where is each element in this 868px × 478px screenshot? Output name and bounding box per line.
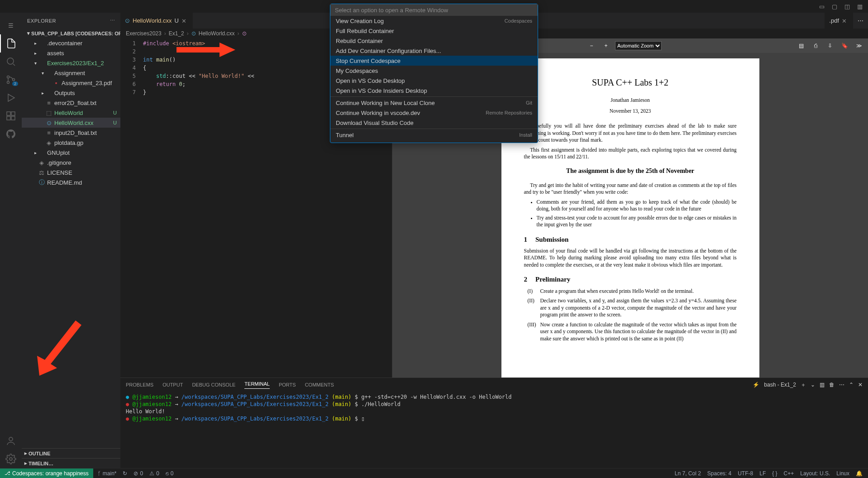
status-warnings[interactable]: 0 xyxy=(149,470,159,477)
maximize-panel-icon[interactable]: ⌃ xyxy=(849,382,854,388)
file-item[interactable]: ⓘREADME.md xyxy=(22,177,120,187)
layout-panel-icon[interactable]: ▭ xyxy=(819,3,825,10)
layout-sidebar-icon[interactable]: ◫ xyxy=(844,3,851,10)
kill-terminal-icon[interactable]: 🗑 xyxy=(829,382,835,388)
panel-tab-problems[interactable]: PROBLEMS xyxy=(126,382,153,387)
status-brackets[interactable]: { } xyxy=(772,470,777,477)
chevron-down-icon[interactable]: ⌄ xyxy=(811,382,815,388)
palette-item[interactable]: SSH xyxy=(330,140,538,143)
svg-point-8 xyxy=(9,437,13,441)
svg-rect-5 xyxy=(11,112,15,115)
sidebar-more-icon[interactable]: ⋯ xyxy=(110,18,115,24)
layout-custom-icon[interactable]: ▥ xyxy=(857,3,863,10)
folder-item[interactable]: ▸GNUplot xyxy=(22,148,120,158)
palette-item[interactable]: Stop Current Codespace xyxy=(330,56,538,66)
palette-item[interactable]: Add Dev Container Configuration Files... xyxy=(330,46,538,56)
status-os[interactable]: Linux xyxy=(836,470,849,477)
source-control-icon[interactable]: 2 xyxy=(0,71,22,89)
status-remote[interactable]: Codespaces: orange happiness xyxy=(0,468,93,478)
status-sync[interactable]: ↻ xyxy=(123,470,127,477)
file-item[interactable]: ▪Assignment_23.pdf xyxy=(22,78,120,88)
palette-item[interactable]: TunnelInstall xyxy=(330,130,538,140)
folder-item[interactable]: ▸.devcontainer xyxy=(22,38,120,48)
panel-tab-ports[interactable]: PORTS xyxy=(279,382,296,387)
line-gutter: 1234567 xyxy=(120,38,143,310)
file-item[interactable]: ⬚HelloWorldU xyxy=(22,108,120,118)
folder-item[interactable]: ▾Assignment xyxy=(22,68,120,78)
file-item[interactable]: ◈.gitignore xyxy=(22,158,120,167)
palette-item[interactable]: Open in VS Code Desktop xyxy=(330,76,538,86)
svg-point-2 xyxy=(7,81,10,84)
tab-pdf[interactable]: .pdf ✕ xyxy=(825,13,853,29)
close-panel-icon[interactable]: ✕ xyxy=(858,382,863,388)
status-spaces[interactable]: Spaces: 4 xyxy=(707,470,731,477)
statusbar: Codespaces: orange happiness ᚶ main* ↻ 0… xyxy=(0,468,868,478)
panel-tab-output[interactable]: OUTPUT xyxy=(162,382,183,387)
tab-helloworld[interactable]: ⊙ HelloWorld.cxx U ✕ xyxy=(120,13,193,29)
github-icon[interactable] xyxy=(0,125,22,143)
explorer-icon[interactable] xyxy=(0,34,22,53)
layout-center-icon[interactable]: ▢ xyxy=(832,3,838,10)
palette-item[interactable]: Rebuild Container xyxy=(330,36,538,46)
palette-input[interactable] xyxy=(330,4,538,16)
status-branch[interactable]: ᚶ main* xyxy=(98,470,117,477)
pdf-due: The assignment is due by the 25th of Nov… xyxy=(524,167,737,176)
status-eol[interactable]: LF xyxy=(759,470,766,477)
panel-tab-debug[interactable]: DEBUG CONSOLE xyxy=(192,382,235,387)
pdf-save-icon[interactable]: ⇩ xyxy=(825,40,835,51)
sidebar-header: EXPLORER ⋯ xyxy=(22,13,120,29)
folder-item[interactable]: ▸Outputs xyxy=(22,88,120,98)
zoom-out-icon[interactable]: − xyxy=(586,40,597,51)
zoom-select[interactable]: Automatic Zoom xyxy=(615,41,662,50)
more-icon[interactable]: ⋯ xyxy=(839,382,844,388)
folder-item[interactable]: ▾Exercises2023/Ex1_2 xyxy=(22,58,120,68)
run-debug-icon[interactable] xyxy=(0,89,22,107)
panel-tabs: PROBLEMS OUTPUT DEBUG CONSOLE TERMINAL P… xyxy=(120,378,868,392)
terminal-shell-icon[interactable]: ⚡ xyxy=(753,382,759,388)
timeline-section[interactable]: ▸ TIMELIN… xyxy=(22,458,120,468)
pdf-author: Jonathan Jamieson xyxy=(524,97,737,104)
file-item[interactable]: ≡input2D_float.txt xyxy=(22,128,120,138)
workspace-title[interactable]: ▾ SUPA_CPP_LABS [CODESPACES: ORANGE HAP… xyxy=(22,29,120,38)
file-item[interactable]: ≡error2D_float.txt xyxy=(22,98,120,108)
palette-item[interactable]: Open in VS Code Insiders Desktop xyxy=(330,86,538,96)
file-item[interactable]: ⚖LICENSE xyxy=(22,167,120,177)
status-encoding[interactable]: UTF-8 xyxy=(738,470,753,477)
menu-icon[interactable]: ☰ xyxy=(0,16,22,34)
palette-item[interactable]: My Codespaces xyxy=(330,66,538,76)
palette-item[interactable]: View Creation LogCodespaces xyxy=(330,16,538,26)
palette-item[interactable]: Download Visual Studio Code xyxy=(330,118,538,128)
new-terminal-icon[interactable]: ＋ xyxy=(801,381,806,389)
close-icon[interactable]: ✕ xyxy=(842,18,848,24)
file-item[interactable]: ⊙HelloWorld.cxxU xyxy=(22,118,120,128)
status-cursor[interactable]: Ln 7, Col 2 xyxy=(675,470,701,477)
settings-gear-icon[interactable] xyxy=(0,450,22,468)
outline-section[interactable]: ▸ OUTLINE xyxy=(22,448,120,458)
palette-item[interactable]: Full Rebuild Container xyxy=(330,26,538,36)
status-layout[interactable]: Layout: U.S. xyxy=(800,470,830,477)
extensions-icon[interactable] xyxy=(0,107,22,125)
status-errors[interactable]: 0 xyxy=(134,470,143,477)
pdf-print-icon[interactable]: ⎙ xyxy=(810,40,821,51)
tab-more-icon[interactable]: ⋯ xyxy=(858,17,863,24)
split-terminal-icon[interactable]: ▥ xyxy=(820,382,825,388)
palette-item[interactable]: Continue Working in New Local CloneGit xyxy=(330,98,538,108)
terminal[interactable]: @jjamieson12 → /workspaces/SUPA_CPP_Labs… xyxy=(120,392,868,468)
pdf-bookmark-icon[interactable]: 🔖 xyxy=(839,40,850,51)
terminal-panel: PROBLEMS OUTPUT DEBUG CONSOLE TERMINAL P… xyxy=(120,378,868,468)
zoom-in-icon[interactable]: + xyxy=(601,40,611,51)
file-item[interactable]: ◈plotdata.gp xyxy=(22,138,120,148)
palette-item[interactable]: Continue Working in vscode.devRemote Rep… xyxy=(330,108,538,118)
folder-item[interactable]: ▸assets xyxy=(22,48,120,58)
account-icon[interactable] xyxy=(0,432,22,450)
close-icon[interactable]: ✕ xyxy=(181,18,188,24)
status-ports[interactable]: 0 xyxy=(166,470,174,477)
search-icon[interactable] xyxy=(0,53,22,71)
terminal-label[interactable]: bash - Ex1_2 xyxy=(764,382,796,388)
panel-tab-comments[interactable]: COMMENTS xyxy=(305,382,334,387)
status-lang[interactable]: C++ xyxy=(784,470,794,477)
pdf-tools-icon[interactable]: ≫ xyxy=(854,40,864,51)
pdf-open-icon[interactable]: ▤ xyxy=(796,40,806,51)
status-bell-icon[interactable]: 🔔 xyxy=(856,470,863,477)
panel-tab-terminal[interactable]: TERMINAL xyxy=(244,381,270,389)
